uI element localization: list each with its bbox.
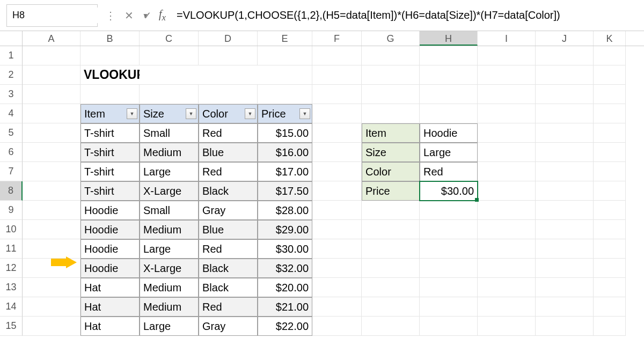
table-cell[interactable]: Black (199, 259, 258, 278)
lookup-value-size[interactable]: Large (420, 143, 478, 162)
cell[interactable] (23, 162, 80, 181)
table-cell[interactable]: Hoodie (80, 259, 140, 278)
cell[interactable] (536, 104, 594, 123)
table-cell[interactable]: Small (140, 123, 199, 143)
cell[interactable] (80, 46, 140, 65)
cell[interactable] (536, 297, 594, 317)
row-header-11[interactable]: 11 (0, 239, 23, 259)
cell[interactable] (140, 85, 199, 104)
cell[interactable] (362, 85, 420, 104)
cell[interactable] (312, 46, 362, 65)
table-cell[interactable]: Large (140, 239, 199, 259)
cell[interactable] (199, 46, 258, 65)
lookup-label-price[interactable]: Price (362, 181, 420, 201)
cell[interactable] (23, 85, 80, 104)
cell[interactable] (478, 220, 536, 239)
cell[interactable] (594, 46, 626, 65)
cell[interactable] (420, 85, 478, 104)
cell[interactable] (536, 278, 594, 297)
cell[interactable] (420, 297, 478, 317)
cell[interactable] (258, 46, 312, 65)
lookup-value-item[interactable]: Hoodie (420, 123, 478, 143)
table-cell[interactable]: Red (199, 239, 258, 259)
cell[interactable] (420, 259, 478, 278)
cell[interactable] (362, 259, 420, 278)
cell[interactable] (536, 85, 594, 104)
table-header-color[interactable]: Color▼ (199, 104, 258, 123)
table-cell[interactable]: $28.00 (258, 201, 312, 220)
col-header-I[interactable]: I (478, 31, 536, 46)
cell[interactable] (420, 278, 478, 297)
cell[interactable] (594, 278, 626, 297)
row-header-14[interactable]: 14 (0, 297, 23, 317)
table-cell[interactable]: T-shirt (80, 162, 140, 181)
cell[interactable] (536, 259, 594, 278)
cell[interactable] (594, 297, 626, 317)
row-header-13[interactable]: 13 (0, 278, 23, 297)
table-cell[interactable]: X-Large (140, 181, 199, 201)
table-cell[interactable]: $30.00 (258, 239, 312, 259)
col-header-D[interactable]: D (199, 31, 258, 46)
row-header-12[interactable]: 12 (0, 259, 23, 278)
cell[interactable] (478, 239, 536, 259)
row-header-7[interactable]: 7 (0, 162, 23, 181)
cell[interactable] (536, 162, 594, 181)
cell[interactable] (478, 46, 536, 65)
cell[interactable] (594, 123, 626, 143)
fx-icon[interactable]: fx (159, 8, 166, 23)
cell[interactable] (23, 239, 80, 259)
cell[interactable] (362, 65, 420, 85)
table-cell[interactable]: Blue (199, 220, 258, 239)
cell[interactable] (478, 162, 536, 181)
cell[interactable] (478, 201, 536, 220)
cell[interactable] (199, 65, 258, 85)
table-cell[interactable]: $16.00 (258, 143, 312, 162)
table-cell[interactable]: T-shirt (80, 143, 140, 162)
row-header-5[interactable]: 5 (0, 123, 23, 143)
table-cell[interactable]: Hat (80, 297, 140, 317)
cell[interactable] (420, 46, 478, 65)
table-header-item[interactable]: Item▼ (80, 104, 140, 123)
cell[interactable] (478, 181, 536, 201)
row-header-4[interactable]: 4 (0, 104, 23, 123)
confirm-icon[interactable]: ✓ (141, 9, 153, 22)
cell[interactable] (536, 317, 594, 336)
cell[interactable] (594, 143, 626, 162)
row-header-3[interactable]: 3 (0, 85, 23, 104)
cell[interactable] (362, 239, 420, 259)
cell[interactable] (362, 278, 420, 297)
cell[interactable] (536, 46, 594, 65)
lookup-value-price[interactable]: $30.00 (420, 181, 478, 201)
cell[interactable] (478, 317, 536, 336)
filter-icon[interactable]: ▼ (245, 108, 255, 119)
table-cell[interactable]: T-shirt (80, 123, 140, 143)
col-header-C[interactable]: C (140, 31, 199, 46)
cell[interactable] (594, 317, 626, 336)
cell[interactable] (258, 65, 312, 85)
table-cell[interactable]: Hat (80, 317, 140, 336)
table-cell[interactable]: Hoodie (80, 201, 140, 220)
cell[interactable] (140, 65, 199, 85)
col-header-A[interactable]: A (23, 31, 80, 46)
cell[interactable] (312, 181, 362, 201)
cell[interactable] (362, 201, 420, 220)
cell[interactable] (23, 278, 80, 297)
cell[interactable] (594, 85, 626, 104)
table-cell[interactable]: $20.00 (258, 278, 312, 297)
cell[interactable] (312, 104, 362, 123)
table-cell[interactable]: $15.00 (258, 123, 312, 143)
cell[interactable] (594, 239, 626, 259)
cell[interactable] (478, 104, 536, 123)
cell[interactable] (536, 143, 594, 162)
cell[interactable] (594, 104, 626, 123)
table-cell[interactable]: Gray (199, 317, 258, 336)
lookup-label-item[interactable]: Item (362, 123, 420, 143)
table-cell[interactable]: Hoodie (80, 239, 140, 259)
table-header-size[interactable]: Size▼ (140, 104, 199, 123)
cell[interactable] (23, 220, 80, 239)
row-header-6[interactable]: 6 (0, 143, 23, 162)
cell[interactable] (312, 278, 362, 297)
cell[interactable] (23, 143, 80, 162)
table-cell[interactable]: Medium (140, 143, 199, 162)
table-cell[interactable]: $22.00 (258, 317, 312, 336)
